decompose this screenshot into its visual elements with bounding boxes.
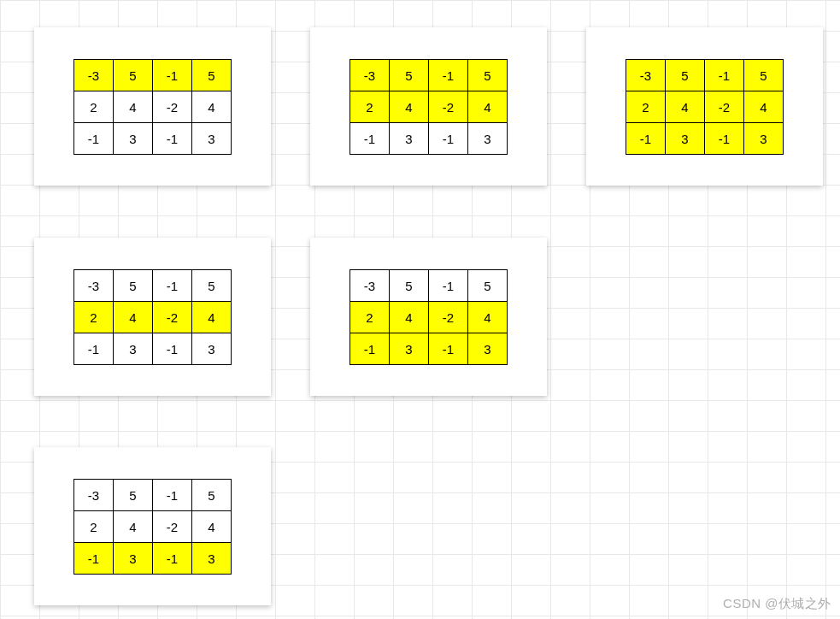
table-row: -35-15	[350, 60, 508, 91]
table-row: 24-24	[74, 91, 232, 123]
matrix-cell: 4	[468, 91, 508, 123]
matrix-cell: -2	[153, 302, 192, 333]
matrix-cell: 4	[192, 91, 232, 123]
matrix-cell: -1	[429, 270, 468, 302]
matrix-cell: 3	[114, 543, 153, 575]
matrix-cell: -1	[350, 123, 390, 155]
matrix-cell: 3	[114, 333, 153, 365]
matrix-cell: 4	[666, 91, 705, 123]
matrix-cell: -1	[74, 123, 114, 155]
matrix-table-5: -35-1524-24-13-13	[73, 479, 232, 575]
matrix-cell: -3	[350, 60, 390, 91]
matrix-cell: 5	[390, 60, 429, 91]
matrix-cell: 4	[744, 91, 784, 123]
matrix-cell: 4	[390, 91, 429, 123]
matrix-cell: -1	[429, 60, 468, 91]
matrix-cell: 5	[192, 270, 232, 302]
table-row: -35-15	[74, 480, 232, 511]
table-row: -13-13	[74, 543, 232, 575]
matrix-cell: 4	[114, 511, 153, 543]
matrix-cell: -1	[153, 333, 192, 365]
matrix-cell: -3	[626, 60, 666, 91]
table-row: -13-13	[74, 333, 232, 365]
table-row: -13-13	[626, 123, 784, 155]
matrix-cell: 2	[350, 302, 390, 333]
matrix-cell: 3	[666, 123, 705, 155]
matrix-cell: -3	[74, 60, 114, 91]
matrix-panel-0: -35-1524-24-13-13	[34, 27, 271, 186]
matrix-cell: -1	[153, 480, 192, 511]
matrix-cell: -1	[153, 123, 192, 155]
matrix-cell: -1	[429, 123, 468, 155]
matrix-cell: 5	[192, 60, 232, 91]
matrix-cell: -2	[153, 91, 192, 123]
matrix-cell: -3	[350, 270, 390, 302]
matrix-table-0: -35-1524-24-13-13	[73, 59, 232, 155]
matrix-panel-3: -35-1524-24-13-13	[34, 238, 271, 396]
matrix-panel-2: -35-1524-24-13-13	[586, 27, 823, 186]
matrix-cell: 3	[468, 333, 508, 365]
matrix-cell: 4	[468, 302, 508, 333]
table-row: 24-24	[350, 91, 508, 123]
matrix-cell: 3	[390, 123, 429, 155]
matrix-cell: 3	[390, 333, 429, 365]
matrix-cell: -1	[705, 123, 744, 155]
table-row: -35-15	[350, 270, 508, 302]
matrix-cell: 5	[114, 270, 153, 302]
matrix-cell: -2	[705, 91, 744, 123]
matrix-cell: 4	[192, 302, 232, 333]
matrix-cell: -1	[74, 333, 114, 365]
table-row: -35-15	[74, 60, 232, 91]
matrix-cell: -1	[350, 333, 390, 365]
matrix-cell: -1	[74, 543, 114, 575]
table-row: -13-13	[74, 123, 232, 155]
matrix-cell: -1	[705, 60, 744, 91]
table-row: 24-24	[350, 302, 508, 333]
matrix-cell: 5	[114, 60, 153, 91]
matrix-cell: 3	[114, 123, 153, 155]
matrix-cell: 4	[192, 511, 232, 543]
matrix-cell: -1	[153, 543, 192, 575]
matrix-cell: -2	[153, 511, 192, 543]
matrix-table-3: -35-1524-24-13-13	[73, 269, 232, 365]
matrix-panel-4: -35-1524-24-13-13	[310, 238, 547, 396]
table-row: -13-13	[350, 123, 508, 155]
matrix-cell: 5	[666, 60, 705, 91]
matrix-cell: 2	[74, 302, 114, 333]
matrix-cell: -1	[153, 270, 192, 302]
matrix-cell: 3	[192, 543, 232, 575]
matrix-panel-1: -35-1524-24-13-13	[310, 27, 547, 186]
matrix-cell: 4	[114, 91, 153, 123]
table-row: -13-13	[350, 333, 508, 365]
table-row: -35-15	[74, 270, 232, 302]
table-row: 24-24	[74, 302, 232, 333]
matrix-cell: 5	[744, 60, 784, 91]
matrix-cell: 5	[192, 480, 232, 511]
matrix-cell: -1	[626, 123, 666, 155]
matrix-cell: -2	[429, 91, 468, 123]
table-row: 24-24	[626, 91, 784, 123]
matrix-cell: -2	[429, 302, 468, 333]
matrix-cell: 4	[390, 302, 429, 333]
matrix-table-2: -35-1524-24-13-13	[626, 59, 784, 155]
matrix-cell: -3	[74, 270, 114, 302]
matrix-cell: 5	[114, 480, 153, 511]
matrix-cell: -1	[153, 60, 192, 91]
matrix-cell: 2	[350, 91, 390, 123]
matrix-table-4: -35-1524-24-13-13	[350, 269, 508, 365]
table-row: 24-24	[74, 511, 232, 543]
matrix-cell: 3	[192, 333, 232, 365]
matrix-cell: -1	[429, 333, 468, 365]
matrix-cell: 3	[468, 123, 508, 155]
watermark-text: CSDN @伏城之外	[723, 596, 831, 612]
matrix-cell: 5	[390, 270, 429, 302]
matrix-cell: -3	[74, 480, 114, 511]
matrix-table-1: -35-1524-24-13-13	[350, 59, 508, 155]
matrix-cell: 3	[744, 123, 784, 155]
table-row: -35-15	[626, 60, 784, 91]
matrix-cell: 5	[468, 60, 508, 91]
matrix-cell: 3	[192, 123, 232, 155]
matrix-cell: 2	[74, 91, 114, 123]
matrix-panel-5: -35-1524-24-13-13	[34, 447, 271, 605]
matrix-cell: 2	[626, 91, 666, 123]
